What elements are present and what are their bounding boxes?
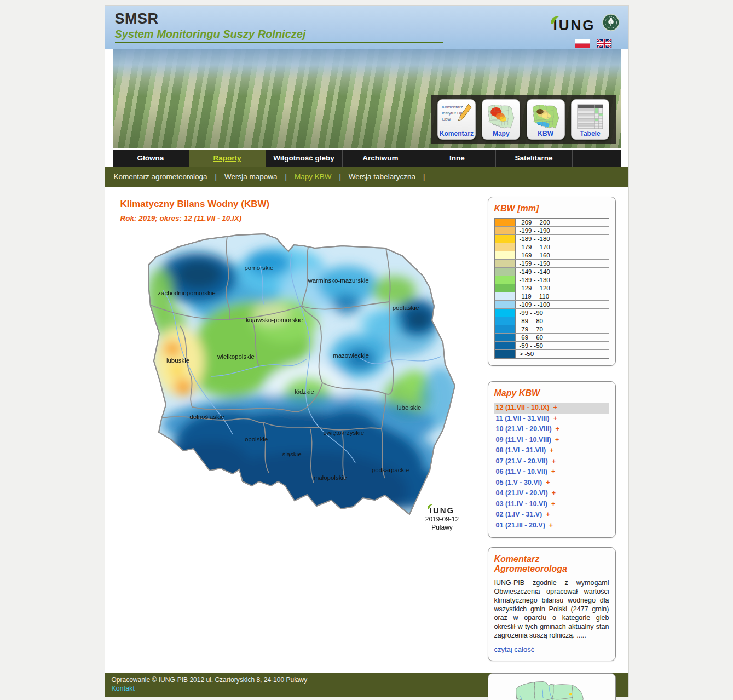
main-content: Klimatyczny Bilans Wodny (KBW) Rok: 2019… xyxy=(105,187,628,673)
header: SMSR System Monitoringu Suszy Rolniczej … xyxy=(105,6,628,49)
read-more-link[interactable]: czytaj całość xyxy=(494,645,535,653)
page-title: Klimatyczny Bilans Wodny (KBW) xyxy=(120,199,270,210)
hero-button-label: Tabele xyxy=(580,130,601,137)
map-city: Puławy xyxy=(419,524,466,532)
legend-swatch xyxy=(495,227,516,234)
legend-swatch xyxy=(495,334,516,341)
expand-icon: + xyxy=(556,425,559,433)
tab-glowna[interactable]: Główna xyxy=(113,150,189,167)
tab-inne[interactable]: Inne xyxy=(419,150,496,167)
map-region-label: lubelskie xyxy=(396,404,421,411)
map-period-link[interactable]: 08 (1.VI - 31.VII) + xyxy=(494,445,609,456)
map-period-link[interactable]: 06 (11.V - 10.VII) + xyxy=(494,467,609,478)
flag-uk[interactable] xyxy=(597,39,612,48)
hero-button-label: Komentarz xyxy=(440,130,474,137)
map-region-label: lubuskie xyxy=(166,357,189,364)
legend-row: -59 - -50 xyxy=(495,342,609,350)
map-period-link[interactable]: 12 (11.VII - 10.IX) + xyxy=(494,403,609,414)
map-region-label: podlaskie xyxy=(392,305,419,311)
hero-button-label: Mapy xyxy=(493,130,510,137)
map-region-label: pomorskie xyxy=(244,265,273,271)
page-container: SMSR System Monitoringu Suszy Rolniczej … xyxy=(105,5,629,697)
map-period-link[interactable]: 09 (11.VI - 10.VIII) + xyxy=(494,435,609,446)
expand-icon: + xyxy=(546,510,550,518)
map-period-link[interactable]: 05 (1.V - 30.VI) + xyxy=(494,478,609,489)
flag-poland[interactable] xyxy=(575,39,590,48)
sidebar: KBW [mm] -209 - -200 -199 - -190 -189 - … xyxy=(488,197,616,700)
iung-small-logo: IUNG xyxy=(430,506,455,515)
expand-icon: + xyxy=(553,404,557,411)
map-region-label: warminsko-mazurskie xyxy=(307,277,368,284)
map-period-link[interactable]: 07 (21.V - 20.VII) + xyxy=(494,456,609,467)
drought-preview-map[interactable] xyxy=(515,681,588,700)
legend-row: -119 - -110 xyxy=(495,292,609,301)
legend-swatch xyxy=(495,268,516,276)
site-subtitle: System Monitoringu Suszy Rolniczej xyxy=(115,28,443,43)
subnav-komentarz-agrometeorologa[interactable]: Komentarz agrometeorologa xyxy=(114,173,207,181)
subnav-mapy-kbw[interactable]: Mapy KBW xyxy=(295,173,332,181)
map-period-link[interactable]: 10 (21.VI - 20.VIII) + xyxy=(494,424,609,435)
legend-row: -89 - -80 xyxy=(495,317,609,325)
comment-text: IUNG-PIB zgodnie z wymogami Obwieszczeni… xyxy=(494,578,609,640)
legend-swatch xyxy=(495,301,516,308)
legend-row: -179 - -170 xyxy=(495,243,609,251)
expand-icon: + xyxy=(551,500,555,508)
legend-row: > -50 xyxy=(495,350,609,358)
map-region-label: podkarpackie xyxy=(371,467,408,473)
tab-archiwum[interactable]: Archiwum xyxy=(343,150,419,167)
pencil-icon xyxy=(455,103,472,124)
expand-icon: + xyxy=(551,468,555,475)
subnav-wersja-mapowa[interactable]: Wersja mapowa xyxy=(224,173,278,181)
hero-button-tabele[interactable]: Tabele xyxy=(571,99,609,140)
expand-icon: + xyxy=(550,446,553,454)
drought-preview-box: Przeglądaj mapy zagrożenia suszą xyxy=(488,673,616,700)
legend-swatch xyxy=(495,309,516,317)
kbw-thumb-map xyxy=(532,104,560,130)
legend-table: -209 - -200 -199 - -190 -189 - -180 -179… xyxy=(494,218,609,359)
kbw-map: pomorskie warminsko-mazurskie zachodniop… xyxy=(145,233,456,537)
subnav-wersja-tabelaryczna[interactable]: Wersja tabelaryczna xyxy=(349,173,415,181)
map-period-link[interactable]: 02 (1.IV - 31.V) + xyxy=(494,509,609,520)
map-region-label: łódzkie xyxy=(295,388,314,395)
expand-icon: + xyxy=(552,457,556,465)
tab-satelitarne[interactable]: Satelitarne xyxy=(496,150,573,167)
map-date: 2019-09-12 xyxy=(419,515,466,524)
map-period-link[interactable]: 03 (11.IV - 10.VI) + xyxy=(494,499,609,510)
legend-row: -79 - -70 xyxy=(495,325,609,334)
nav-filler xyxy=(573,150,621,167)
map-region-label: zachodniopomorskie xyxy=(158,290,215,296)
legend-swatch xyxy=(495,292,516,300)
tab-raporty[interactable]: Raporty xyxy=(189,150,266,167)
expand-icon: + xyxy=(546,479,550,486)
map-period-link[interactable]: 01 (21.III - 20.V) + xyxy=(494,520,609,531)
legend-swatch xyxy=(495,284,516,292)
map-region-label: kujawsko-pomorskie xyxy=(245,317,302,323)
map-region-label: małopolskie xyxy=(313,474,347,481)
legend-row: -139 - -130 xyxy=(495,276,609,284)
legend-swatch xyxy=(495,276,516,284)
sub-nav: Komentarz agrometeorologa | Wersja mapow… xyxy=(105,167,628,187)
map-region-label: opolskie xyxy=(244,436,267,443)
hero-button-kbw[interactable]: KBW xyxy=(527,99,565,140)
map-period-link[interactable]: 04 (21.IV - 20.VI) + xyxy=(494,488,609,499)
main-nav: Główna Raporty Wilgotność gleby Archiwum… xyxy=(113,150,621,167)
comment-title: Komentarz Agrometeorologa xyxy=(494,554,609,574)
legend-box: KBW [mm] -209 - -200 -199 - -190 -189 - … xyxy=(488,197,616,366)
hero-button-komentarz[interactable]: Komentarz Instytut Up Obw Komentarz xyxy=(437,99,476,140)
legend-row: -99 - -90 xyxy=(495,309,609,317)
hero-button-label: KBW xyxy=(538,130,553,137)
legend-row: -209 - -200 xyxy=(495,219,609,227)
iung-logo: IUNG xyxy=(553,17,596,34)
hero-button-mapy[interactable]: Mapy xyxy=(482,99,520,140)
mapy-thumb-map xyxy=(487,104,515,130)
map-period-link[interactable]: 11 (1.VII - 31.VIII) + xyxy=(494,414,609,424)
legend-row: -169 - -160 xyxy=(495,251,609,260)
tab-wilgotnosc-gleby[interactable]: Wilgotność gleby xyxy=(266,150,343,167)
map-credit: IUNG 2019-09-12 Puławy xyxy=(419,506,466,532)
legend-swatch xyxy=(495,260,516,267)
map-region-label: wielkopolskie xyxy=(217,353,255,360)
iung-emblem-icon xyxy=(602,14,620,33)
hero-button-panel: Komentarz Instytut Up Obw Komentarz xyxy=(431,95,616,144)
comment-box: Komentarz Agrometeorologa IUNG-PIB zgodn… xyxy=(488,547,616,661)
legend-row: -109 - -100 xyxy=(495,301,609,309)
